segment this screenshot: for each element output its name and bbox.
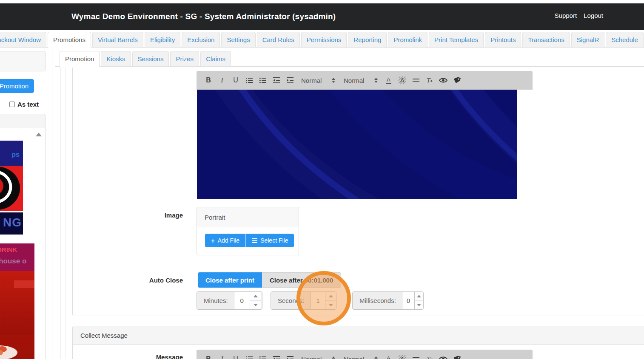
seconds-down-icon[interactable] — [325, 301, 336, 309]
close-after-time-button[interactable]: Close after 00:01.000 — [262, 272, 341, 288]
bullet-list-icon[interactable] — [259, 354, 267, 359]
milliseconds-down-icon[interactable] — [415, 301, 423, 309]
sub-tab-claims[interactable]: Claims — [200, 51, 231, 67]
sub-tab-sessions[interactable]: Sessions — [132, 51, 169, 67]
container-border-3 — [70, 67, 70, 359]
header-format-value: Normal — [301, 356, 322, 359]
background-color-icon[interactable]: A — [398, 76, 407, 85]
select-file-button[interactable]: Select File — [246, 234, 294, 247]
select-arrows-icon — [332, 78, 335, 83]
milliseconds-input[interactable]: 0 — [402, 292, 415, 309]
nav-tab-permissions[interactable]: Permissions — [301, 32, 347, 48]
minutes-stepper — [250, 292, 261, 309]
promo-image-thumbnail-1[interactable]: ps NG — [0, 141, 23, 233]
font-format-select[interactable]: Normal — [342, 77, 379, 84]
nav-tab-reporting[interactable]: Reporting — [348, 32, 387, 48]
nav-tab-schedule[interactable]: Schedule — [606, 32, 644, 48]
text-color-icon[interactable]: A — [385, 354, 393, 359]
auto-close-field-label: Auto Close — [128, 277, 183, 284]
nav-tab-settings[interactable]: Settings — [221, 32, 255, 48]
tag-icon[interactable] — [453, 354, 461, 359]
sidebar-images-panel-header — [0, 114, 46, 128]
nav-tab-card-rules[interactable]: Card Rules — [257, 32, 300, 48]
minutes-up-icon[interactable] — [250, 292, 261, 301]
bold-icon[interactable]: B — [204, 354, 213, 359]
italic-icon[interactable]: I — [218, 76, 226, 85]
bold-icon[interactable]: B — [204, 76, 213, 85]
visibility-icon[interactable] — [439, 76, 447, 85]
ordered-list-icon[interactable] — [245, 76, 254, 85]
nav-tab-blackout-window[interactable]: Blackout Window — [0, 32, 46, 48]
seconds-input[interactable]: 1 — [311, 292, 326, 309]
promo-image-thumbnail-2[interactable]: DRINK e house o — [0, 243, 34, 359]
header-links: Support Logout — [555, 12, 603, 19]
underline-icon[interactable]: U — [231, 354, 240, 359]
outdent-icon[interactable] — [272, 354, 281, 359]
seconds-label: Seconds: — [271, 292, 311, 309]
sub-tab-prizes[interactable]: Prizes — [170, 51, 199, 67]
clear-format-icon[interactable]: Tx — [425, 354, 434, 359]
portrait-panel-title: Portrait — [197, 207, 299, 227]
scroll-up-icon[interactable] — [36, 133, 42, 136]
indent-icon[interactable] — [286, 76, 294, 85]
header-format-select[interactable]: Normal — [299, 77, 337, 84]
tag-icon[interactable] — [453, 76, 461, 85]
seconds-up-icon[interactable] — [325, 292, 336, 301]
select-arrows-icon — [332, 356, 335, 359]
nav-tab-exclusion[interactable]: Exclusion — [182, 32, 220, 48]
milliseconds-up-icon[interactable] — [415, 292, 423, 301]
plus-icon: + — [211, 237, 215, 244]
nav-tab-virtual-barrels[interactable]: Virtual Barrels — [92, 32, 143, 48]
sidebar-image-list: ps NG DRINK e house o — [0, 128, 46, 359]
sub-tab-promotion[interactable]: Promotion — [60, 51, 100, 67]
background-color-icon[interactable]: A — [398, 354, 407, 359]
container-border-2 — [65, 67, 66, 359]
header-format-value: Normal — [301, 77, 322, 84]
ordered-list-icon[interactable] — [245, 354, 254, 359]
underline-icon[interactable]: U — [231, 76, 240, 85]
nav-tab-promotions[interactable]: Promotions — [48, 32, 91, 48]
sidebar-divider — [52, 48, 52, 359]
add-file-button[interactable]: + Add File — [205, 234, 246, 247]
main-nav-tabs: Blackout Window Promotions Virtual Barre… — [0, 32, 644, 48]
indent-icon[interactable] — [286, 354, 294, 359]
sub-tab-kiosks[interactable]: Kiosks — [101, 51, 131, 67]
clear-format-icon[interactable]: Tx — [425, 76, 434, 85]
font-format-value: Normal — [344, 77, 364, 84]
seconds-spinner: Seconds: 1 — [271, 291, 336, 310]
bullet-list-icon[interactable] — [259, 76, 267, 85]
minutes-down-icon[interactable] — [250, 301, 261, 309]
minutes-input[interactable]: 0 — [234, 292, 250, 309]
thumb2-photo — [0, 271, 34, 359]
visibility-icon[interactable] — [439, 354, 447, 359]
nav-tab-signalr[interactable]: SignalR — [571, 32, 605, 48]
as-text-checkbox[interactable] — [9, 102, 15, 107]
outdent-icon[interactable] — [272, 76, 281, 85]
milliseconds-spinner: Milliseconds: 0 — [352, 291, 424, 310]
italic-icon[interactable]: I — [218, 354, 226, 359]
as-text-label: As text — [17, 101, 39, 108]
svg-text:A: A — [400, 77, 405, 84]
promotion-image-preview[interactable] — [197, 90, 517, 199]
promotion-button[interactable]: Promotion — [0, 79, 34, 93]
support-link[interactable]: Support — [555, 12, 577, 19]
nav-tab-printouts[interactable]: Printouts — [485, 32, 521, 48]
align-icon[interactable] — [412, 76, 420, 85]
nav-tab-print-templates[interactable]: Print Templates — [429, 32, 484, 48]
thumb1-top-text: ps — [11, 151, 20, 158]
logout-link[interactable]: Logout — [584, 12, 603, 19]
minutes-spinner: Minutes: 0 — [197, 291, 262, 310]
font-format-select[interactable]: Normal — [342, 356, 379, 359]
text-color-icon[interactable]: A — [385, 76, 393, 85]
collect-message-title: Collect Message — [73, 326, 644, 345]
portrait-panel-body: + Add File Select File — [197, 227, 299, 247]
align-icon[interactable] — [412, 354, 420, 359]
nav-tab-eligibility[interactable]: Eligibility — [145, 32, 180, 48]
select-arrows-icon — [374, 356, 378, 359]
close-after-print-button[interactable]: Close after print — [198, 272, 262, 288]
thumb2-header: DRINK e house o — [0, 243, 34, 271]
image-portrait-panel: Portrait + Add File Select File — [197, 207, 299, 255]
header-format-select[interactable]: Normal — [299, 356, 337, 359]
nav-tab-promolink[interactable]: Promolink — [388, 32, 427, 48]
nav-tab-transactions[interactable]: Transactions — [522, 32, 570, 48]
